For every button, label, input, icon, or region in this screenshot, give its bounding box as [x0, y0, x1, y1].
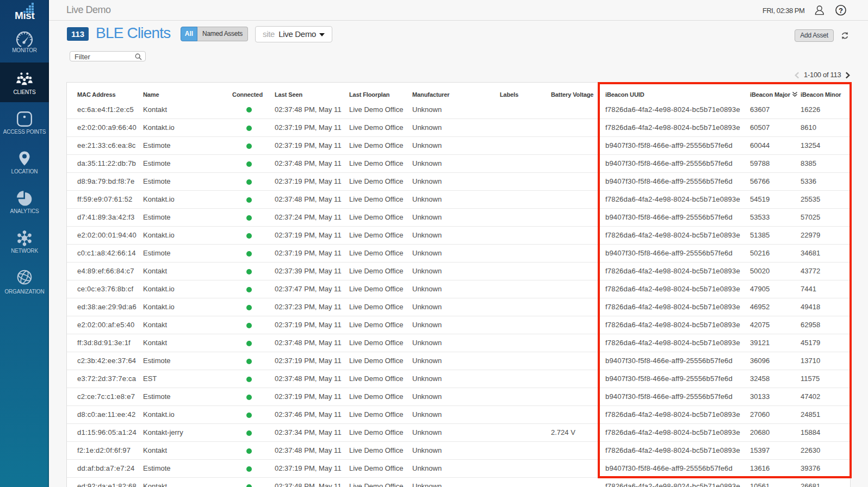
svg-text:?: ? — [839, 7, 843, 15]
